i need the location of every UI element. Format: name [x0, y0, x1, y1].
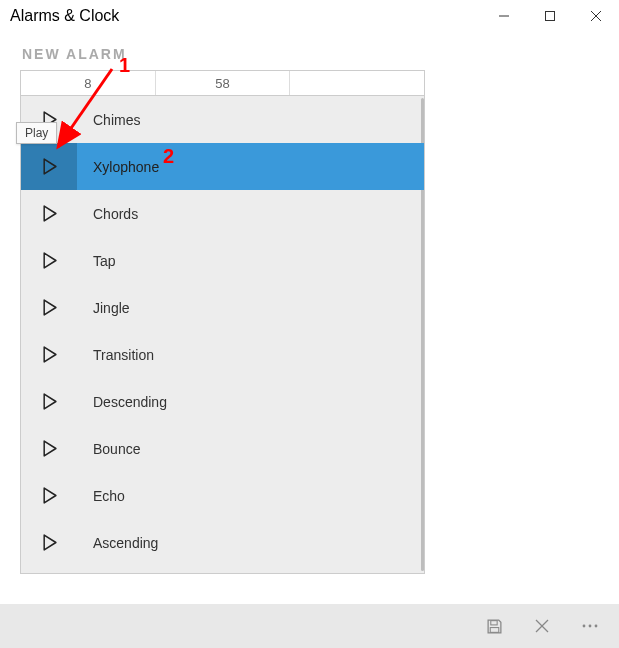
sound-item[interactable]: Jingle: [21, 284, 424, 331]
sound-label: Bounce: [93, 441, 140, 457]
play-button[interactable]: [21, 237, 77, 284]
svg-marker-8: [44, 300, 56, 315]
maximize-button[interactable]: [527, 0, 573, 32]
sound-item[interactable]: Echo: [21, 472, 424, 519]
sound-label: Chords: [93, 206, 138, 222]
sound-list: ChimesXylophoneChordsTapJingleTransition…: [20, 96, 425, 574]
save-icon: [486, 618, 503, 635]
svg-marker-13: [44, 535, 56, 550]
sound-label: Transition: [93, 347, 154, 363]
play-button[interactable]: [21, 472, 77, 519]
play-button[interactable]: [21, 331, 77, 378]
svg-marker-9: [44, 347, 56, 362]
sound-item[interactable]: Tap: [21, 237, 424, 284]
svg-marker-5: [44, 159, 56, 174]
play-icon: [41, 346, 58, 363]
sound-label: Ascending: [93, 535, 158, 551]
svg-point-22: [595, 625, 598, 628]
more-icon: [581, 623, 599, 629]
cancel-button[interactable]: [519, 604, 565, 648]
sound-label: Jingle: [93, 300, 130, 316]
sound-item[interactable]: Ascending: [21, 519, 424, 566]
svg-point-20: [583, 625, 586, 628]
sound-item[interactable]: Bounce: [21, 425, 424, 472]
play-button[interactable]: [21, 284, 77, 331]
sound-label: Chimes: [93, 112, 140, 128]
svg-point-21: [589, 625, 592, 628]
svg-rect-1: [546, 12, 555, 21]
time-minute[interactable]: 58: [156, 71, 291, 95]
play-icon: [41, 393, 58, 410]
sound-item[interactable]: Chords: [21, 190, 424, 237]
play-button[interactable]: [21, 190, 77, 237]
sound-label: Echo: [93, 488, 125, 504]
play-icon: [41, 440, 58, 457]
svg-rect-16: [490, 620, 496, 624]
svg-marker-11: [44, 441, 56, 456]
window-title: Alarms & Clock: [10, 7, 119, 25]
sound-item[interactable]: Xylophone: [21, 143, 424, 190]
sound-item[interactable]: Descending: [21, 378, 424, 425]
close-icon: [591, 11, 601, 21]
page-title: NEW ALARM: [22, 46, 425, 62]
minimize-button[interactable]: [481, 0, 527, 32]
svg-marker-12: [44, 488, 56, 503]
play-icon: [41, 252, 58, 269]
svg-rect-17: [490, 627, 499, 632]
close-window-button[interactable]: [573, 0, 619, 32]
maximize-icon: [545, 11, 555, 21]
play-icon: [41, 487, 58, 504]
sound-item[interactable]: Chimes: [21, 96, 424, 143]
play-icon: [41, 299, 58, 316]
svg-marker-10: [44, 394, 56, 409]
sound-label: Descending: [93, 394, 167, 410]
play-tooltip: Play: [16, 122, 57, 144]
window-controls: [481, 0, 619, 32]
play-icon: [41, 158, 58, 175]
time-picker[interactable]: 8 58: [20, 70, 425, 96]
time-hour[interactable]: 8: [21, 71, 156, 95]
svg-marker-6: [44, 206, 56, 221]
play-button[interactable]: [21, 519, 77, 566]
play-button[interactable]: [21, 425, 77, 472]
sound-label: Tap: [93, 253, 116, 269]
content-area: NEW ALARM 8 58 ChimesXylophoneChordsTapJ…: [0, 32, 445, 574]
more-button[interactable]: [567, 604, 613, 648]
cancel-icon: [535, 619, 549, 633]
save-button[interactable]: [471, 604, 517, 648]
command-bar: [0, 604, 619, 648]
sound-label: Xylophone: [93, 159, 159, 175]
titlebar: Alarms & Clock: [0, 0, 619, 32]
sound-item[interactable]: Transition: [21, 331, 424, 378]
play-button[interactable]: [21, 378, 77, 425]
minimize-icon: [499, 11, 509, 21]
play-button[interactable]: [21, 143, 77, 190]
svg-marker-7: [44, 253, 56, 268]
time-ampm[interactable]: [290, 71, 424, 95]
play-icon: [41, 205, 58, 222]
play-icon: [41, 534, 58, 551]
